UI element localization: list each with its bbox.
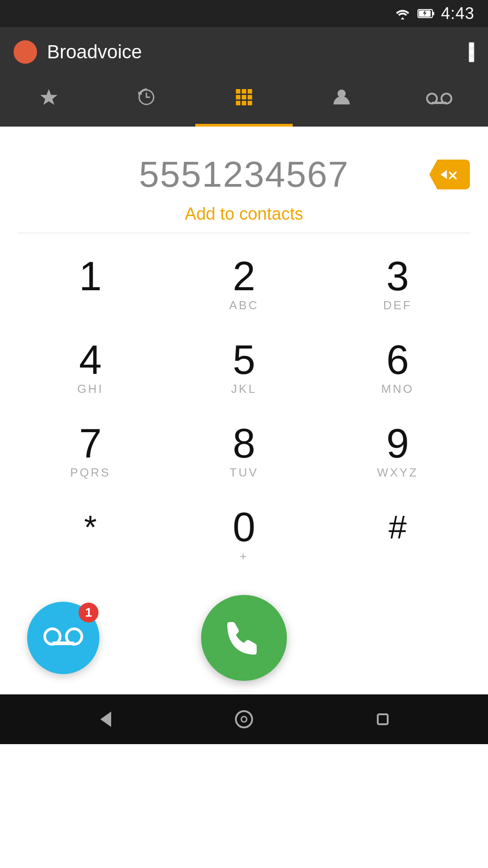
svg-rect-11	[236, 101, 240, 105]
tab-favorites[interactable]	[0, 77, 98, 127]
home-button[interactable]	[233, 708, 255, 731]
svg-rect-6	[242, 89, 246, 94]
add-to-contacts-button[interactable]: Add to contacts	[14, 200, 474, 233]
svg-rect-17	[432, 102, 446, 104]
dialpad-icon	[234, 87, 254, 112]
status-time: 4:43	[441, 4, 474, 23]
key-7[interactable]: 7 PQRS	[14, 410, 167, 493]
key-3[interactable]: 3 DEF	[321, 242, 474, 326]
svg-rect-7	[248, 89, 252, 94]
key-0[interactable]: 0 +	[167, 493, 321, 577]
backspace-button[interactable]	[429, 160, 470, 189]
keypad: 1 2 ABC 3 DEF 4 GHI 5 JKL 6 MNO 7 PQRS 8	[14, 233, 474, 586]
bottom-actions: 1	[0, 586, 488, 694]
svg-rect-10	[248, 95, 252, 99]
wifi-icon	[394, 7, 411, 20]
dialer-area: 5551234567 Add to contacts 1 2 ABC 3 DEF…	[0, 127, 488, 586]
sys-nav-bar	[0, 694, 488, 744]
recents-button[interactable]	[371, 708, 394, 731]
svg-rect-22	[52, 642, 74, 645]
svg-rect-12	[242, 101, 246, 105]
svg-point-25	[241, 717, 247, 722]
key-4[interactable]: 4 GHI	[14, 326, 167, 410]
phone-number-display: 5551234567	[14, 154, 474, 195]
nav-tabs	[0, 77, 488, 127]
battery-icon	[418, 8, 435, 19]
svg-rect-9	[242, 95, 246, 99]
phone-number-row: 5551234567	[14, 145, 474, 200]
key-6[interactable]: 6 MNO	[321, 326, 474, 410]
svg-marker-23	[100, 712, 111, 727]
star-icon	[39, 87, 59, 112]
tab-dialpad[interactable]	[195, 77, 293, 127]
key-star[interactable]: *	[14, 493, 167, 577]
voicemail-btn-wrap: 1	[27, 602, 99, 674]
key-9[interactable]: 9 WXYZ	[321, 410, 474, 493]
key-2[interactable]: 2 ABC	[167, 242, 321, 326]
history-icon	[136, 87, 156, 112]
svg-marker-3	[40, 89, 57, 105]
voicemail-button[interactable]: 1	[27, 602, 99, 674]
back-button[interactable]	[94, 708, 117, 731]
tab-recents[interactable]	[98, 77, 195, 127]
svg-rect-13	[248, 101, 252, 105]
svg-rect-26	[378, 714, 388, 724]
status-bar: 4:43	[0, 0, 488, 27]
more-menu-button[interactable]	[469, 42, 474, 62]
svg-rect-8	[236, 95, 240, 99]
top-bar: Broadvoice	[0, 27, 488, 77]
key-hash[interactable]: #	[321, 493, 474, 577]
voicemail-badge: 1	[79, 603, 99, 623]
svg-rect-1	[433, 12, 434, 15]
tab-voicemail[interactable]	[390, 77, 488, 127]
key-1[interactable]: 1	[14, 242, 167, 326]
svg-point-24	[236, 711, 252, 727]
key-8[interactable]: 8 TUV	[167, 410, 321, 493]
voicemail-icon	[426, 88, 452, 111]
app-logo	[14, 40, 37, 64]
call-button[interactable]	[201, 595, 287, 681]
key-5[interactable]: 5 JKL	[167, 326, 321, 410]
svg-rect-5	[236, 89, 240, 94]
tab-contacts[interactable]	[293, 77, 390, 127]
app-title: Broadvoice	[47, 41, 142, 63]
person-icon	[332, 87, 352, 112]
